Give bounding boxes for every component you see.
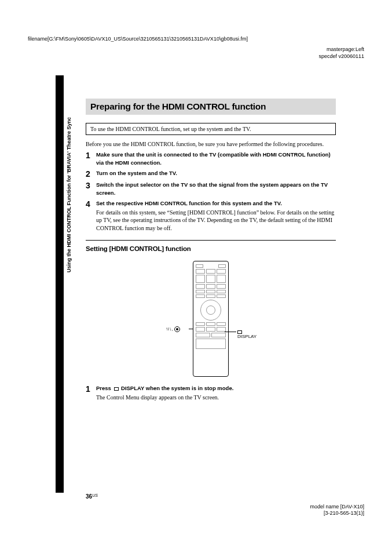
step-item: 4 Set the respective HDMI CONTROL functi…	[86, 199, 336, 232]
press-prefix: Press	[96, 385, 113, 391]
step-detail: For details on this system, see “Setting…	[96, 209, 336, 232]
callout-arrows: ↑/↓,	[166, 326, 180, 332]
page-number: 36US	[86, 493, 98, 500]
step-number: 3	[86, 181, 96, 197]
page-content: Preparing for the HDMI CONTROL function …	[86, 99, 336, 403]
setting-step-list: 1 Press DISPLAY when the system is in st…	[86, 384, 336, 401]
header-filename: filename[G:\FM\Sony\0605\DAVX10_US\Sourc…	[28, 36, 248, 42]
model-line: model name [DAV-X10]	[310, 504, 364, 511]
note-box: To use the HDMI CONTROL function, set up…	[86, 123, 336, 135]
page-region: US	[92, 493, 98, 497]
step-item: 2 Turn on the system and the TV.	[86, 169, 336, 179]
remote-illustration: ↑/↓, DISPLAY	[86, 258, 336, 380]
page-title: Preparing for the HDMI CONTROL function	[86, 99, 336, 115]
press-bold: DISPLAY when the system is in stop mode.	[121, 385, 233, 391]
step-list: 1 Make sure that the unit is connected t…	[86, 151, 336, 232]
step-item: 3 Switch the input selector on the TV so…	[86, 181, 336, 197]
footer-model: model name [DAV-X10] [3-210-565-13(1)]	[310, 504, 364, 517]
step-bold: Make sure that the unit is connected to …	[96, 151, 336, 167]
enter-icon	[174, 326, 180, 332]
masterpage-line: masterpage:Left	[318, 46, 364, 53]
remote-control-icon	[193, 261, 229, 377]
subheading: Setting [HDMI CONTROL] function	[86, 245, 336, 252]
intro-text: Before you use the HDMI CONTROL function…	[86, 141, 336, 147]
step-bold: Turn on the system and the TV.	[96, 169, 336, 177]
display-icon	[237, 330, 242, 334]
divider	[86, 240, 336, 241]
step-number: 4	[86, 199, 96, 232]
page-num-value: 36	[86, 493, 92, 500]
step-item: 1 Make sure that the unit is connected t…	[86, 151, 336, 167]
step-bold: Switch the input selector on the TV so t…	[96, 181, 336, 197]
step-number: 2	[86, 169, 96, 179]
header-masterpage: masterpage:Left specdef v20060111	[318, 46, 364, 60]
step-number: 1	[86, 151, 96, 167]
doc-line: [3-210-565-13(1)]	[310, 510, 364, 517]
step-detail: The Control Menu display appears on the …	[96, 394, 336, 402]
section-tab-strip	[56, 75, 64, 493]
section-tab-label: Using the HDMI CONTROL Function for 'BRA…	[66, 117, 72, 272]
step-bold: Set the respective HDMI CONTROL function…	[96, 199, 336, 208]
callout-left-label: ↑/↓,	[166, 326, 173, 332]
callout-line	[225, 332, 236, 332]
step-number: 1	[86, 384, 96, 401]
callout-display: DISPLAY	[237, 330, 257, 339]
specdef-line: specdef v20060111	[318, 53, 364, 60]
step-item: 1 Press DISPLAY when the system is in st…	[86, 384, 336, 401]
callout-right-label: DISPLAY	[237, 334, 257, 339]
display-icon	[114, 387, 119, 391]
